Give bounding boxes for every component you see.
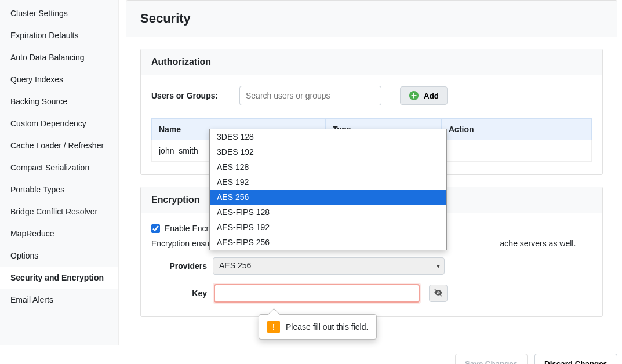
sidebar-item-portable-types[interactable]: Portable Types (0, 179, 118, 201)
key-label: Key (151, 289, 207, 298)
warning-icon: ! (267, 321, 280, 333)
add-button-label: Add (424, 92, 439, 100)
cell-action (442, 140, 592, 162)
provider-option[interactable]: AES-FIPS 256 (210, 235, 446, 250)
validation-tooltip: ! Please fill out this field. (259, 314, 377, 340)
sidebar-item-compact-serialization[interactable]: Compact Serialization (0, 156, 118, 179)
sidebar-item-expiration-defaults[interactable]: Expiration Defaults (0, 24, 118, 46)
authorization-panel: Authorization Users or Groups: Add (140, 49, 603, 175)
sidebar-item-bridge-conflict-resolver[interactable]: Bridge Conflict Resolver (0, 201, 118, 223)
sidebar-item-cluster-settings[interactable]: Cluster Settings (0, 2, 118, 24)
settings-sidebar: Cluster Settings Expiration Defaults Aut… (0, 0, 119, 345)
sidebar-item-mapreduce[interactable]: MapReduce (0, 223, 118, 245)
svg-rect-2 (412, 95, 417, 96)
provider-option[interactable]: AES-FIPS 192 (210, 220, 446, 235)
sidebar-item-email-alerts[interactable]: Email Alerts (0, 289, 118, 311)
provider-option[interactable]: AES 192 (210, 174, 446, 190)
providers-dropdown-list[interactable]: 3DES 128 3DES 192 AES 128 AES 192 AES 25… (209, 129, 447, 250)
plus-circle-icon (409, 90, 419, 101)
provider-option[interactable]: 3DES 192 (210, 144, 446, 159)
provider-option-selected[interactable]: AES 256 (210, 190, 446, 205)
page-header: Security (126, 0, 617, 37)
providers-select[interactable]: AES 256 (213, 257, 445, 275)
save-changes-button[interactable]: Save Changes (455, 354, 528, 364)
page-footer: Save Changes Discard Changes (0, 345, 622, 364)
sidebar-item-options[interactable]: Options (0, 245, 118, 267)
enable-encryption-checkbox[interactable] (151, 224, 160, 233)
sidebar-item-security-encryption[interactable]: Security and Encryption (0, 267, 118, 289)
sidebar-item-custom-dependency[interactable]: Custom Dependency (0, 112, 118, 134)
toggle-key-visibility-button[interactable] (429, 285, 448, 302)
users-groups-search-input[interactable] (239, 86, 381, 105)
discard-changes-button[interactable]: Discard Changes (534, 354, 617, 364)
add-user-button[interactable]: Add (400, 86, 448, 105)
sidebar-item-query-indexes[interactable]: Query Indexes (0, 68, 118, 90)
column-header-action[interactable]: Action (442, 119, 592, 140)
users-groups-label: Users or Groups: (151, 91, 221, 100)
encryption-key-input[interactable] (214, 284, 420, 303)
authorization-panel-title: Authorization (141, 49, 602, 75)
sidebar-item-backing-source[interactable]: Backing Source (0, 90, 118, 112)
provider-option[interactable]: AES 128 (210, 159, 446, 174)
provider-option[interactable]: 3DES 128 (210, 129, 446, 144)
sidebar-item-auto-data-balancing[interactable]: Auto Data Balancing (0, 46, 118, 68)
validation-message: Please fill out this field. (286, 322, 368, 332)
eye-slash-icon (434, 288, 443, 299)
page-title: Security (140, 11, 603, 26)
provider-option[interactable]: AES-FIPS 128 (210, 205, 446, 220)
sidebar-item-cache-loader-refresher[interactable]: Cache Loader / Refresher (0, 134, 118, 156)
providers-label: Providers (151, 261, 207, 271)
security-main: Security Authorization Users or Groups: … (119, 0, 622, 345)
